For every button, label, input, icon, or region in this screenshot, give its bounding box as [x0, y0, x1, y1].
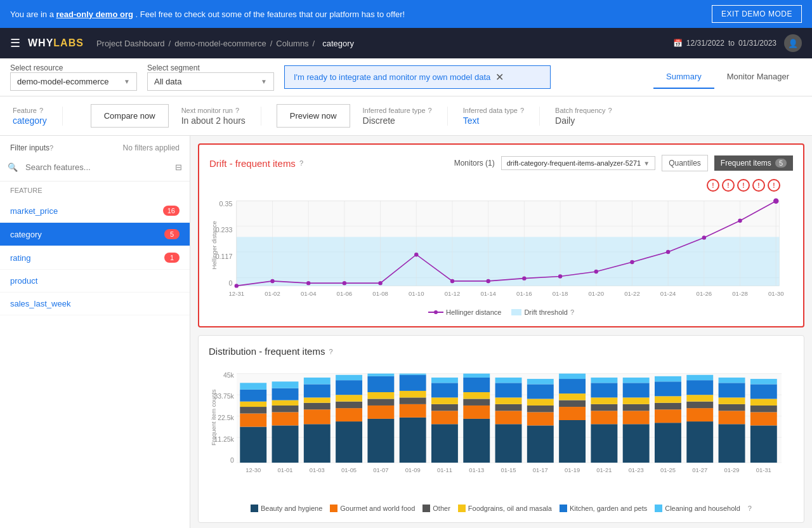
- compare-now-button[interactable]: Compare now: [91, 104, 169, 128]
- svg-text:01-07: 01-07: [373, 466, 388, 473]
- filter-icon[interactable]: ⊟: [175, 162, 182, 172]
- help-icon[interactable]: ?: [520, 107, 524, 114]
- search-icon: 🔍: [8, 162, 18, 172]
- help-icon[interactable]: ?: [329, 348, 332, 355]
- svg-rect-127: [527, 426, 554, 463]
- svg-text:Frequent item counts: Frequent item counts: [210, 389, 217, 446]
- svg-rect-149: [623, 383, 650, 397]
- breadcrumb-columns[interactable]: Columns: [276, 39, 308, 48]
- svg-rect-169: [750, 426, 777, 463]
- svg-point-33: [450, 279, 454, 283]
- svg-rect-148: [623, 398, 650, 404]
- svg-rect-143: [591, 383, 617, 397]
- svg-rect-141: [591, 404, 617, 411]
- svg-rect-114: [431, 378, 458, 383]
- tab-monitor-manager[interactable]: Monitor Manager: [714, 65, 802, 89]
- svg-rect-73: [240, 427, 266, 463]
- demo-org-link[interactable]: read-only demo org: [56, 10, 133, 19]
- preview-now-button[interactable]: Preview now: [277, 104, 350, 128]
- batch-freq-value: Daily: [555, 116, 612, 126]
- date-from: 12/31/2022: [686, 39, 724, 48]
- svg-rect-117: [463, 399, 490, 406]
- svg-text:01-06: 01-06: [337, 290, 353, 297]
- breadcrumb-model[interactable]: demo-model-ecommerce: [174, 39, 266, 48]
- segment-label: Select segment: [147, 63, 274, 72]
- demo-banner: You are in a read-only demo org . Feel f…: [0, 0, 812, 28]
- help-icon[interactable]: ?: [299, 159, 303, 167]
- other-color-swatch: [422, 505, 430, 512]
- svg-rect-130: [527, 399, 554, 406]
- legend-threshold: Drift threshold ?: [511, 308, 574, 316]
- svg-point-34: [486, 279, 490, 283]
- help-icon[interactable]: ?: [608, 107, 612, 114]
- resource-select[interactable]: demo-model-ecommerce ▼: [10, 72, 137, 91]
- user-avatar[interactable]: 👤: [784, 34, 802, 52]
- svg-rect-160: [686, 395, 713, 401]
- alert-icon-4: !: [752, 179, 765, 192]
- sidebar-item-category[interactable]: category 5: [0, 223, 190, 246]
- batch-freq-info: Batch frequency ? Daily: [555, 107, 627, 126]
- help-icon[interactable]: ?: [49, 144, 53, 152]
- svg-text:01-04: 01-04: [301, 290, 317, 297]
- svg-rect-163: [719, 424, 745, 463]
- svg-rect-93: [336, 402, 362, 408]
- help-icon[interactable]: ?: [235, 107, 239, 114]
- svg-rect-106: [400, 391, 426, 397]
- svg-text:01-19: 01-19: [565, 466, 580, 473]
- breadcrumb-project[interactable]: Project Dashboard: [96, 39, 165, 48]
- frequent-items-button[interactable]: Frequent items 5: [714, 155, 793, 171]
- svg-rect-156: [655, 376, 681, 381]
- quantiles-button[interactable]: Quantiles: [662, 155, 708, 171]
- hamburger-icon[interactable]: ☰: [10, 36, 20, 50]
- svg-point-38: [630, 260, 634, 264]
- feature-name-rating: rating: [10, 253, 31, 263]
- help-icon[interactable]: ?: [428, 107, 432, 114]
- svg-rect-140: [591, 411, 617, 424]
- svg-rect-76: [240, 402, 266, 407]
- monitor-select[interactable]: drift-category-frequent-items-analyzer-5…: [501, 156, 655, 170]
- svg-rect-173: [750, 385, 777, 399]
- close-icon[interactable]: ✕: [495, 71, 504, 83]
- sidebar-item-market-price[interactable]: market_price 16: [0, 199, 190, 223]
- help-icon[interactable]: ?: [570, 308, 574, 316]
- next-monitor-value: In about 2 hours: [181, 116, 246, 126]
- tab-summary[interactable]: Summary: [653, 65, 714, 89]
- date-range[interactable]: 📅 12/31/2022 to 01/31/2023: [673, 39, 776, 48]
- svg-rect-123: [495, 404, 522, 411]
- help-icon[interactable]: ?: [39, 107, 43, 114]
- svg-rect-128: [527, 412, 554, 426]
- svg-point-37: [594, 270, 598, 274]
- svg-rect-95: [336, 380, 362, 395]
- dist-chart-legend: Beauty and hygiene Gourmet and world foo…: [209, 505, 794, 512]
- svg-rect-80: [272, 412, 299, 426]
- top-nav: ☰ WHYLABS Project Dashboard / demo-model…: [0, 28, 812, 58]
- feature-value: category: [13, 116, 47, 126]
- svg-text:01-30: 01-30: [768, 290, 784, 297]
- main-content: Drift - frequent items ? Monitors (1) dr…: [190, 136, 812, 528]
- calendar-icon: 📅: [673, 39, 683, 48]
- svg-rect-165: [719, 404, 745, 411]
- svg-point-41: [738, 219, 742, 223]
- svg-point-42: [773, 198, 779, 204]
- svg-rect-164: [719, 411, 745, 424]
- svg-text:01-25: 01-25: [660, 466, 676, 473]
- sidebar-item-rating[interactable]: rating 1: [0, 246, 190, 270]
- search-input[interactable]: [23, 160, 170, 175]
- sidebar-item-product[interactable]: product: [0, 270, 190, 293]
- segment-select[interactable]: All data ▼: [147, 72, 274, 91]
- chevron-down-icon: ▼: [261, 78, 267, 85]
- sidebar-item-sales-last-week[interactable]: sales_last_week: [0, 293, 190, 315]
- svg-point-30: [343, 281, 346, 285]
- legend-hellinger: Hellinger distance: [428, 308, 501, 316]
- exit-demo-button[interactable]: EXIT DEMO MODE: [712, 5, 802, 23]
- svg-rect-118: [463, 392, 490, 399]
- next-monitor-info: Next monitor run ? In about 2 hours: [181, 107, 261, 126]
- alert-icon-3: !: [737, 179, 750, 192]
- badge-market-price: 16: [163, 206, 180, 216]
- svg-text:0: 0: [228, 279, 232, 287]
- svg-rect-129: [527, 406, 554, 412]
- help-icon[interactable]: ?: [748, 505, 752, 512]
- svg-text:01-15: 01-15: [501, 466, 516, 473]
- svg-text:01-17: 01-17: [533, 466, 548, 473]
- svg-rect-112: [431, 398, 458, 404]
